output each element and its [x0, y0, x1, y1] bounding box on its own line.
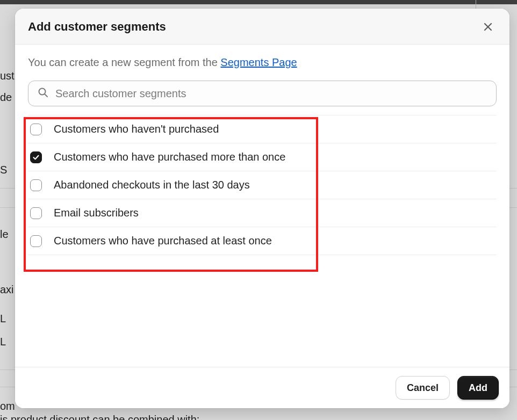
hint-text: You can create a new segment from the Se… — [28, 56, 497, 69]
segment-label: Customers who haven't purchased — [54, 123, 219, 135]
segment-label: Email subscribers — [54, 207, 139, 219]
add-button[interactable]: Add — [457, 376, 499, 400]
segment-item[interactable]: Customers who have purchased at least on… — [28, 227, 497, 255]
modal-footer: Cancel Add — [15, 367, 509, 408]
add-segments-modal: Add customer segments You can create a n… — [15, 9, 509, 408]
search-input[interactable] — [28, 81, 497, 106]
cancel-button[interactable]: Cancel — [396, 376, 450, 400]
hint-prefix: You can create a new segment from the — [28, 56, 220, 68]
segment-item[interactable]: Email subscribers — [28, 199, 497, 227]
segment-checkbox[interactable] — [30, 151, 42, 163]
search-wrap — [28, 81, 497, 106]
segment-checkbox[interactable] — [30, 207, 42, 219]
segment-label: Customers who have purchased at least on… — [54, 235, 272, 247]
segment-checkbox[interactable] — [30, 179, 42, 191]
segment-checkbox[interactable] — [30, 235, 42, 247]
modal-header: Add customer segments — [15, 9, 509, 45]
close-button[interactable] — [479, 18, 497, 35]
segment-label: Customers who have purchased more than o… — [54, 151, 285, 163]
modal-body: You can create a new segment from the Se… — [15, 45, 509, 367]
segment-item[interactable]: Customers who haven't purchased — [28, 115, 497, 143]
segment-item[interactable]: Abandoned checkouts in the last 30 days — [28, 171, 497, 199]
segment-label: Abandoned checkouts in the last 30 days — [54, 179, 250, 191]
modal-title: Add customer segments — [28, 20, 166, 34]
segment-list: Customers who haven't purchased Customer… — [28, 115, 497, 255]
segments-page-link[interactable]: Segments Page — [220, 56, 297, 68]
close-icon — [483, 22, 493, 32]
segment-item[interactable]: Customers who have purchased more than o… — [28, 143, 497, 171]
segment-checkbox[interactable] — [30, 124, 42, 135]
